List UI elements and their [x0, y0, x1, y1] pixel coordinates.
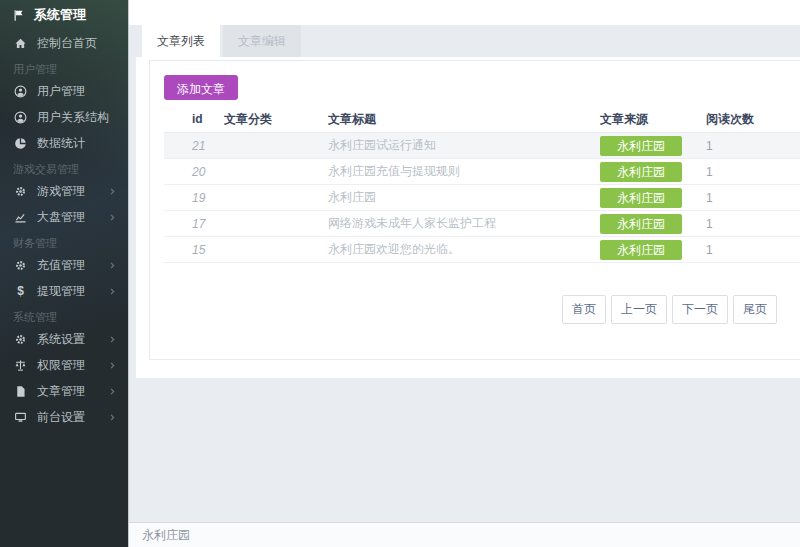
pagination: 首页上一页下一页尾页: [562, 295, 800, 324]
cell-title: 永利庄园欢迎您的光临。: [328, 241, 600, 258]
balance-icon: [13, 358, 28, 372]
line-chart-icon: [13, 210, 28, 224]
cell-source: 永利庄园: [600, 136, 702, 156]
chevron-right-icon: [108, 361, 117, 370]
sidebar-item-label: 用户关系结构: [37, 109, 117, 126]
source-badge: 永利庄园: [600, 240, 682, 260]
sidebar-item-user-relations[interactable]: 用户关系结构: [0, 104, 128, 130]
sidebar-menu: 控制台首页用户管理用户管理用户关系结构数据统计游戏交易管理游戏管理大盘管理财务管…: [0, 30, 128, 430]
sidebar-item-permission-management[interactable]: 权限管理: [0, 352, 128, 378]
chevron-right-icon: [108, 213, 117, 222]
top-bar: [129, 0, 800, 25]
sidebar-item-label: 前台设置: [37, 409, 108, 426]
sidebar-item-article-management[interactable]: 文章管理: [0, 378, 128, 404]
table-body: 21永利庄园试运行通知永利庄园1202020永利庄园充值与提现规则永利庄园120…: [164, 133, 800, 263]
table-row: 15永利庄园欢迎您的光临。永利庄园12019: [164, 237, 800, 263]
cell-reads: 1: [702, 191, 800, 205]
column-header: 文章标题: [328, 111, 600, 128]
table-row: 21永利庄园试运行通知永利庄园12020: [164, 133, 800, 159]
sidebar-item-label: 大盘管理: [37, 209, 108, 226]
chevron-right-icon: [108, 335, 117, 344]
source-badge: 永利庄园: [600, 188, 682, 208]
gear-icon: [13, 332, 28, 346]
cell-reads: 1: [702, 217, 800, 231]
source-badge: 永利庄园: [600, 162, 682, 182]
cell-id: 19: [192, 191, 224, 205]
pie-chart-icon: [13, 136, 28, 150]
chevron-right-icon: [108, 387, 117, 396]
tab-bar: 文章列表文章编辑: [129, 25, 800, 57]
cell-source: 永利庄园: [600, 188, 702, 208]
next-page-button[interactable]: 下一页: [672, 295, 728, 324]
flag-icon: [12, 9, 25, 22]
cell-title: 永利庄园试运行通知: [328, 137, 600, 154]
cell-title: 网络游戏未成年人家长监护工程: [328, 215, 600, 232]
sidebar-item-frontend-settings[interactable]: 前台设置: [0, 404, 128, 430]
sidebar-item-game-management[interactable]: 游戏管理: [0, 178, 128, 204]
cell-reads: 1: [702, 243, 800, 257]
main-content: 文章列表文章编辑 添加文章 id文章分类文章标题文章来源阅读次数创建时间 21永…: [128, 0, 800, 547]
sidebar-item-market-management[interactable]: 大盘管理: [0, 204, 128, 230]
footer-text: 永利庄园: [142, 528, 190, 542]
tab-article-edit[interactable]: 文章编辑: [223, 25, 301, 57]
sidebar-item-console-home[interactable]: 控制台首页: [0, 30, 128, 56]
table-row: 17网络游戏未成年人家长监护工程永利庄园12020: [164, 211, 800, 237]
sidebar-item-data-statistics[interactable]: 数据统计: [0, 130, 128, 156]
content-panel: 添加文章 id文章分类文章标题文章来源阅读次数创建时间 21永利庄园试运行通知永…: [136, 57, 800, 378]
column-header: 文章分类: [224, 111, 328, 128]
article-list-card: 添加文章 id文章分类文章标题文章来源阅读次数创建时间 21永利庄园试运行通知永…: [149, 60, 800, 360]
sidebar-item-label: 数据统计: [37, 135, 117, 152]
table-row: 19永利庄园永利庄园12020: [164, 185, 800, 211]
sidebar-item-withdrawal-management[interactable]: $提现管理: [0, 278, 128, 304]
home-icon: [13, 36, 28, 50]
sidebar-item-label: 权限管理: [37, 357, 108, 374]
gear-icon: [13, 184, 28, 198]
source-badge: 永利庄园: [600, 136, 682, 156]
sidebar-section-system-management: 系统管理: [0, 304, 128, 326]
tab-article-list[interactable]: 文章列表: [142, 25, 220, 57]
sidebar-item-label: 充值管理: [37, 257, 108, 274]
sidebar-section-finance-management: 财务管理: [0, 230, 128, 252]
sidebar-section-game-trade-management: 游戏交易管理: [0, 156, 128, 178]
article-table: id文章分类文章标题文章来源阅读次数创建时间 21永利庄园试运行通知永利庄园12…: [164, 106, 800, 263]
cell-id: 15: [192, 243, 224, 257]
table-row: 20永利庄园充值与提现规则永利庄园12020: [164, 159, 800, 185]
chevron-right-icon: [108, 287, 117, 296]
cell-reads: 1: [702, 139, 800, 153]
prev-page-button[interactable]: 上一页: [611, 295, 667, 324]
sidebar-item-label: 提现管理: [37, 283, 108, 300]
source-badge: 永利庄园: [600, 214, 682, 234]
cell-title: 永利庄园: [328, 189, 600, 206]
footer: 永利庄园: [129, 522, 800, 547]
cell-source: 永利庄园: [600, 214, 702, 234]
column-header: 阅读次数: [702, 111, 800, 128]
sidebar-item-label: 游戏管理: [37, 183, 108, 200]
sidebar-item-system-settings[interactable]: 系统设置: [0, 326, 128, 352]
cell-title: 永利庄园充值与提现规则: [328, 163, 600, 180]
user-circle-icon: [13, 110, 28, 124]
sidebar-item-label: 系统设置: [37, 331, 108, 348]
cell-id: 21: [192, 139, 224, 153]
sidebar-item-label: 控制台首页: [37, 35, 117, 52]
first-page-button[interactable]: 首页: [562, 295, 606, 324]
sidebar-item-label: 文章管理: [37, 383, 108, 400]
chevron-right-icon: [108, 187, 117, 196]
app-logo: 系统管理: [0, 0, 128, 30]
gear-icon: [13, 258, 28, 272]
table-header-row: id文章分类文章标题文章来源阅读次数创建时间: [164, 106, 800, 133]
cell-id: 20: [192, 165, 224, 179]
cell-source: 永利庄园: [600, 240, 702, 260]
cell-reads: 1: [702, 165, 800, 179]
desktop-icon: [13, 410, 28, 424]
last-page-button[interactable]: 尾页: [733, 295, 777, 324]
user-circle-icon: [13, 84, 28, 98]
sidebar-item-user-management[interactable]: 用户管理: [0, 78, 128, 104]
sidebar-item-recharge-management[interactable]: 充值管理: [0, 252, 128, 278]
dollar-icon: $: [13, 284, 28, 298]
file-icon: [13, 384, 28, 398]
add-article-button[interactable]: 添加文章: [164, 75, 238, 100]
chevron-right-icon: [108, 413, 117, 422]
cell-source: 永利庄园: [600, 162, 702, 182]
app-root: 系统管理 控制台首页用户管理用户管理用户关系结构数据统计游戏交易管理游戏管理大盘…: [0, 0, 800, 547]
column-header: id: [192, 112, 224, 126]
